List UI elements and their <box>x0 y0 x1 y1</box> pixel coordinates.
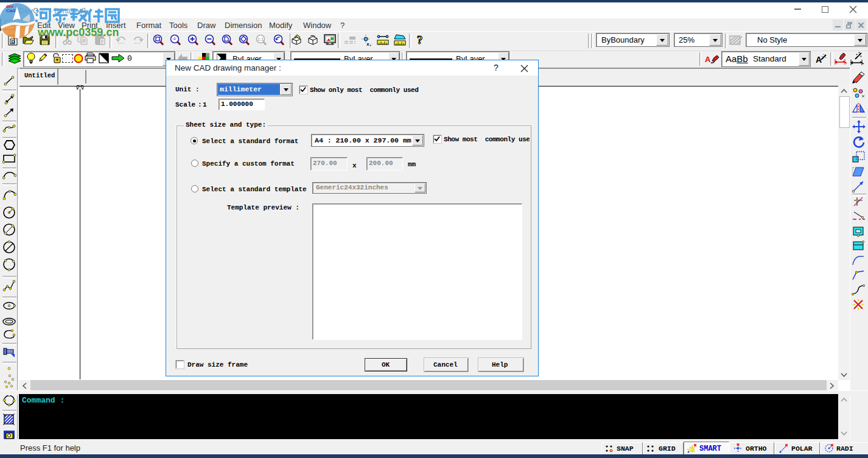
svg-text:x,y: x,y <box>366 41 373 46</box>
svg-text:A: A <box>816 55 822 65</box>
svg-text:1:1: 1:1 <box>257 37 264 41</box>
svg-text:?: ? <box>417 33 423 46</box>
svg-text:A: A <box>705 55 711 64</box>
svg-text:D: D <box>12 39 15 44</box>
